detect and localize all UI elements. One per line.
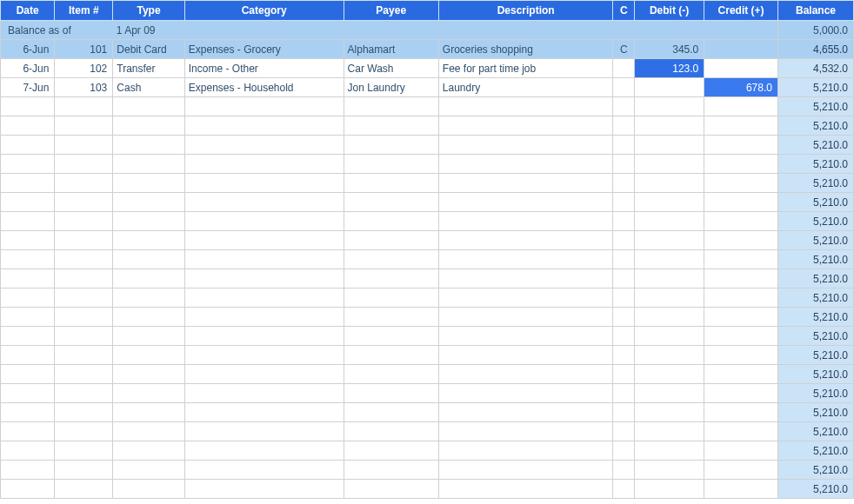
empty-cell[interactable] [438, 174, 613, 193]
header-credit[interactable]: Credit (+) [704, 1, 778, 21]
empty-cell[interactable] [184, 441, 344, 461]
empty-cell[interactable] [344, 288, 438, 308]
empty-cell[interactable] [113, 116, 184, 136]
header-category[interactable]: Category [184, 1, 344, 21]
opening-balance[interactable]: 5,000.0 [777, 21, 853, 40]
empty-cell[interactable] [55, 403, 113, 422]
empty-cell[interactable] [635, 461, 704, 480]
cell-category[interactable]: Expenses - Household [184, 78, 344, 97]
empty-cell[interactable] [113, 155, 184, 174]
cell-payee[interactable]: Car Wash [344, 59, 438, 78]
cell-balance[interactable]: 5,210.0 [777, 136, 853, 155]
cell-balance[interactable]: 5,210.0 [777, 269, 853, 288]
empty-cell[interactable] [344, 155, 438, 174]
empty-cell[interactable] [184, 346, 344, 365]
cell-debit[interactable]: 123.0 [635, 59, 704, 78]
empty-cell[interactable] [55, 441, 113, 461]
empty-cell[interactable] [704, 193, 778, 212]
empty-cell[interactable] [438, 365, 613, 384]
empty-cell[interactable] [613, 174, 635, 193]
empty-cell[interactable] [704, 480, 778, 499]
empty-cell[interactable] [1, 250, 55, 269]
empty-cell[interactable] [613, 116, 635, 136]
empty-cell[interactable] [635, 327, 704, 346]
cell-balance[interactable]: 5,210.0 [777, 250, 853, 269]
empty-cell[interactable] [113, 346, 184, 365]
cell-item[interactable]: 103 [55, 78, 113, 97]
empty-cell[interactable] [613, 384, 635, 403]
empty-cell[interactable] [55, 346, 113, 365]
empty-cell[interactable] [55, 288, 113, 308]
empty-cell[interactable] [635, 136, 704, 155]
empty-cell[interactable] [704, 174, 778, 193]
empty-cell[interactable] [613, 461, 635, 480]
header-payee[interactable]: Payee [344, 1, 438, 21]
empty-cell[interactable] [704, 384, 778, 403]
cell-item[interactable]: 101 [55, 40, 113, 59]
cell-balance[interactable]: 5,210.0 [777, 365, 853, 384]
empty-cell[interactable] [635, 403, 704, 422]
empty-cell[interactable] [438, 212, 613, 231]
empty-cell[interactable] [635, 441, 704, 461]
empty-cell[interactable] [1, 288, 55, 308]
empty-cell[interactable] [184, 403, 344, 422]
empty-cell[interactable] [613, 422, 635, 441]
empty-cell[interactable] [344, 403, 438, 422]
empty-cell[interactable] [184, 269, 344, 288]
empty-cell[interactable] [113, 365, 184, 384]
header-type[interactable]: Type [113, 1, 184, 21]
empty-cell[interactable] [113, 136, 184, 155]
empty-cell[interactable] [113, 250, 184, 269]
empty-cell[interactable] [55, 250, 113, 269]
cell-balance[interactable]: 5,210.0 [777, 212, 853, 231]
empty-cell[interactable] [613, 441, 635, 461]
empty-cell[interactable] [184, 250, 344, 269]
empty-cell[interactable] [438, 461, 613, 480]
empty-cell[interactable] [55, 327, 113, 346]
empty-cell[interactable] [344, 174, 438, 193]
empty-cell[interactable] [613, 212, 635, 231]
empty-cell[interactable] [113, 480, 184, 499]
cell-c[interactable] [613, 78, 635, 97]
empty-cell[interactable] [635, 365, 704, 384]
empty-cell[interactable] [55, 193, 113, 212]
empty-cell[interactable] [438, 441, 613, 461]
empty-cell[interactable] [344, 116, 438, 136]
empty-cell[interactable] [113, 441, 184, 461]
empty-cell[interactable] [704, 250, 778, 269]
empty-cell[interactable] [613, 97, 635, 116]
cell-balance[interactable]: 5,210.0 [777, 461, 853, 480]
empty-cell[interactable] [344, 480, 438, 499]
empty-cell[interactable] [184, 231, 344, 250]
empty-cell[interactable] [184, 212, 344, 231]
empty-cell[interactable] [344, 250, 438, 269]
cell-balance[interactable]: 5,210.0 [777, 193, 853, 212]
empty-cell[interactable] [1, 136, 55, 155]
header-date[interactable]: Date [1, 1, 55, 21]
cell-description[interactable]: Fee for part time job [438, 59, 613, 78]
cell-date[interactable]: 7-Jun [1, 78, 55, 97]
empty-cell[interactable] [55, 212, 113, 231]
empty-cell[interactable] [635, 346, 704, 365]
empty-cell[interactable] [184, 288, 344, 308]
empty-cell[interactable] [613, 403, 635, 422]
header-item[interactable]: Item # [55, 1, 113, 21]
empty-cell[interactable] [613, 346, 635, 365]
empty-cell[interactable] [438, 327, 613, 346]
empty-cell[interactable] [704, 461, 778, 480]
empty-cell[interactable] [704, 403, 778, 422]
empty-cell[interactable] [344, 97, 438, 116]
empty-cell[interactable] [344, 461, 438, 480]
cell-debit[interactable] [635, 78, 704, 97]
empty-cell[interactable] [55, 480, 113, 499]
empty-cell[interactable] [55, 422, 113, 441]
empty-cell[interactable] [438, 422, 613, 441]
cell-type[interactable]: Cash [113, 78, 184, 97]
empty-cell[interactable] [635, 250, 704, 269]
cell-balance[interactable]: 5,210.0 [777, 78, 853, 97]
empty-cell[interactable] [1, 384, 55, 403]
empty-cell[interactable] [704, 422, 778, 441]
empty-cell[interactable] [635, 384, 704, 403]
cell-balance[interactable]: 5,210.0 [777, 403, 853, 422]
empty-cell[interactable] [55, 155, 113, 174]
